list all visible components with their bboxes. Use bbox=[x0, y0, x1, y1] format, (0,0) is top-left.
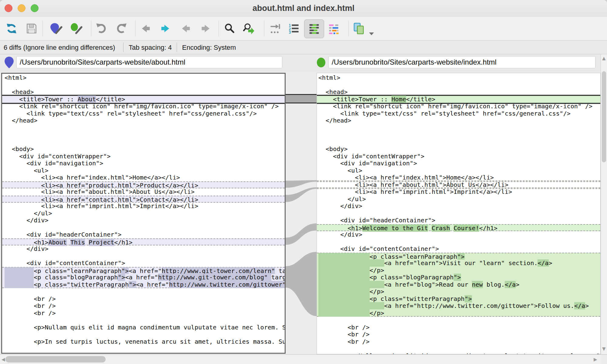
toolbar-separator bbox=[348, 20, 349, 37]
code-line: <a href="learn">Visit our "learn" sectio… bbox=[317, 260, 600, 267]
word-diff-highlight bbox=[318, 259, 384, 267]
word-diff-highlight: "> bbox=[457, 253, 465, 260]
search-next-button[interactable] bbox=[242, 20, 256, 37]
code-line: </p> bbox=[317, 288, 600, 295]
diff-connectors bbox=[286, 72, 317, 354]
code-line: </div> bbox=[317, 231, 600, 238]
scroll-down-arrow-icon[interactable]: ▼ bbox=[602, 346, 606, 352]
scroll-left-arrow-icon[interactable]: ◀ bbox=[2, 357, 5, 362]
word-diff-highlight: "> bbox=[129, 281, 136, 288]
status-separator bbox=[177, 42, 178, 52]
toolbar-separator bbox=[219, 20, 219, 37]
word-diff-highlight: </a bbox=[505, 281, 516, 288]
status-bar: 6 diffs (Ignore line ending differences)… bbox=[0, 41, 607, 54]
word-diff-highlight: Project bbox=[89, 239, 114, 246]
undo-button[interactable] bbox=[94, 20, 109, 37]
line-numbers-button[interactable]: 1 2 3 bbox=[287, 20, 301, 37]
code-line bbox=[2, 253, 285, 260]
left-file-marker-pin-icon bbox=[4, 56, 14, 69]
code-line: <title>Tower :: Home</title> bbox=[317, 96, 600, 103]
code-line: <li><a href="index.html">Home</a></li> bbox=[2, 174, 285, 181]
redo-button[interactable] bbox=[114, 20, 129, 37]
diff-count-status: 6 diffs (Ignore line ending differences) bbox=[4, 44, 115, 52]
tab-spacing-button[interactable] bbox=[267, 20, 282, 37]
copy-pages-button[interactable] bbox=[351, 20, 366, 37]
vertical-scrollbar-thumb[interactable] bbox=[602, 71, 606, 162]
vertical-scrollbar[interactable]: ▲ ▼ bbox=[601, 54, 607, 354]
syntax-coloring-button[interactable] bbox=[327, 20, 341, 37]
code-line bbox=[2, 124, 285, 132]
save-icon bbox=[26, 23, 37, 34]
code-line: <div id="headerContainer"> bbox=[317, 217, 600, 224]
horizontal-scrollbar-thumb[interactable] bbox=[5, 356, 106, 362]
tab-spacing-status: Tab spacing: 4 bbox=[129, 44, 172, 52]
diff-tool-window: about.html and index.html bbox=[0, 0, 607, 364]
collapsed-diff-marker bbox=[317, 187, 600, 189]
edit-right-file-button[interactable] bbox=[69, 20, 84, 37]
previous-diff-button[interactable] bbox=[138, 20, 153, 37]
horizontal-scrollbar[interactable]: ◀ ▶ bbox=[0, 354, 601, 364]
left-file-path-input[interactable] bbox=[16, 56, 282, 68]
word-diff-highlight: This bbox=[70, 239, 85, 246]
right-code-pane[interactable]: <html> <head> <title>Tower :: Home</titl… bbox=[317, 73, 601, 354]
right-code: <html> <head> <title>Tower :: Home</titl… bbox=[317, 73, 600, 354]
code-line bbox=[317, 124, 600, 132]
collapsed-diff-marker bbox=[317, 180, 600, 182]
word-diff-highlight bbox=[318, 281, 384, 288]
previous-file-button[interactable] bbox=[178, 20, 193, 37]
next-diff-button[interactable] bbox=[158, 20, 173, 37]
code-line: <div id="contentContainer"> bbox=[317, 245, 600, 253]
dropdown-caret-icon[interactable] bbox=[369, 32, 374, 35]
undo-icon bbox=[96, 23, 107, 34]
word-diff-highlight bbox=[318, 253, 370, 260]
word-diff-highlight: Crash bbox=[432, 224, 450, 232]
word-diff-highlight: http://www.git-tower.com/learn" bbox=[162, 267, 275, 275]
code-line: <p>In sed turpis luctus, venenatis arcu … bbox=[2, 338, 285, 345]
word-diff-highlight: </a bbox=[574, 302, 585, 309]
code-line: <br /> bbox=[317, 324, 600, 331]
word-diff-highlight bbox=[5, 281, 34, 288]
code-line: </div> bbox=[2, 245, 285, 253]
search-button[interactable] bbox=[222, 20, 237, 37]
code-line: </head> bbox=[2, 117, 285, 124]
right-file-path-input[interactable] bbox=[328, 56, 595, 68]
inline-diff-button[interactable] bbox=[304, 19, 324, 38]
window-title: about.html and index.html bbox=[0, 0, 607, 16]
code-line: <a href="http://www.twitter.com/gittower… bbox=[317, 302, 600, 310]
blue-pin-edit-icon bbox=[50, 22, 63, 35]
copy-pages-icon bbox=[352, 22, 365, 35]
code-line bbox=[317, 82, 600, 89]
code-line: <body> bbox=[317, 146, 600, 153]
code-line bbox=[317, 238, 600, 246]
diff-connector bbox=[286, 180, 317, 188]
code-line bbox=[317, 210, 600, 217]
word-diff-highlight bbox=[318, 295, 370, 302]
left-code: <html> <head> <title>Tower :: About</tit… bbox=[2, 74, 285, 354]
left-code-pane[interactable]: <html> <head> <title>Tower :: About</tit… bbox=[1, 73, 286, 354]
code-line: <link rel="shortcut icon" href="img/favi… bbox=[2, 103, 285, 110]
word-diff-highlight bbox=[5, 274, 34, 281]
word-diff-highlight: "> bbox=[454, 274, 461, 281]
word-diff-highlight bbox=[318, 267, 370, 274]
code-line bbox=[2, 224, 285, 231]
scroll-right-arrow-icon[interactable]: ▶ bbox=[594, 357, 597, 362]
redo-icon bbox=[116, 23, 127, 34]
refresh-button[interactable] bbox=[4, 20, 19, 37]
code-line: <div id="contentContainer"> bbox=[2, 260, 285, 267]
code-line bbox=[2, 131, 285, 139]
edit-left-file-button[interactable] bbox=[49, 20, 64, 37]
scroll-up-arrow-icon[interactable]: ▲ bbox=[602, 56, 606, 61]
save-button[interactable] bbox=[24, 20, 39, 37]
code-line bbox=[317, 139, 600, 146]
next-diff-arrow-icon bbox=[160, 23, 171, 34]
code-line: <br /> bbox=[317, 331, 600, 338]
next-file-button[interactable] bbox=[198, 20, 213, 37]
code-line bbox=[317, 345, 600, 352]
selected-diff-connector bbox=[286, 94, 317, 103]
toolbar: 1 2 3 bbox=[0, 17, 607, 41]
code-line: </div> bbox=[2, 217, 285, 224]
word-diff-highlight: "> bbox=[118, 274, 125, 281]
word-diff-highlight: About bbox=[49, 239, 67, 246]
diff-gutter bbox=[286, 72, 317, 354]
code-line: <br /> bbox=[2, 302, 285, 310]
